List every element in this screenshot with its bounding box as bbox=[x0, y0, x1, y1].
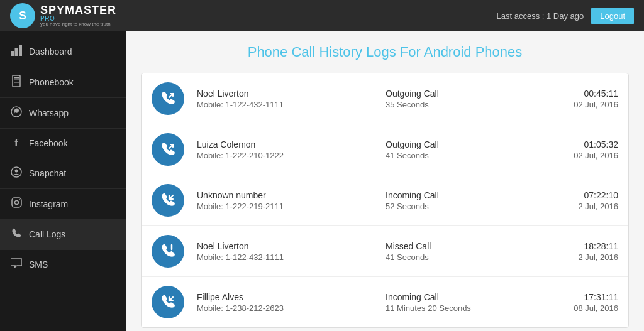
sidebar-item-sms[interactable]: SMS bbox=[0, 250, 126, 279]
sidebar: Dashboard Phonebook Whatsapp bbox=[0, 31, 126, 331]
sms-icon bbox=[10, 258, 23, 271]
call-duration: 52 Seconds bbox=[386, 202, 518, 211]
sidebar-label-whatsapp: Whatsapp bbox=[29, 108, 69, 118]
dashboard-icon bbox=[10, 45, 23, 58]
sidebar-label-facebook: Facebook bbox=[29, 138, 67, 148]
call-log-row: Noel Liverton Mobile: 1-122-432-1111 Mis… bbox=[142, 226, 628, 277]
call-name: Fillipe Alves bbox=[197, 292, 373, 302]
content-area: Phone Call History Logs For Android Phon… bbox=[126, 31, 644, 331]
logo-main: SPYMASTER bbox=[40, 4, 116, 16]
call-avatar bbox=[152, 286, 184, 318]
call-mobile: Mobile: 1-222-219-2111 bbox=[197, 202, 373, 211]
call-avatar bbox=[152, 235, 184, 268]
call-type: Outgoing Call 41 Seconds bbox=[386, 139, 518, 160]
logo-area: S SPYMASTER PRO you have right to know t… bbox=[10, 3, 116, 28]
call-date: 02 Jul, 2016 bbox=[530, 100, 618, 109]
call-date: 08 Jul, 2016 bbox=[530, 303, 618, 313]
call-duration: 41 Seconds bbox=[386, 151, 518, 160]
call-avatar bbox=[152, 82, 184, 115]
svg-rect-2 bbox=[11, 51, 14, 56]
call-log-row: Noel Liverton Mobile: 1-122-432-1111 Out… bbox=[142, 73, 628, 124]
call-name: Luiza Colemon bbox=[197, 139, 373, 149]
snapchat-icon bbox=[10, 166, 23, 180]
phonebook-icon bbox=[10, 75, 23, 89]
svg-point-11 bbox=[15, 170, 18, 173]
call-info: Noel Liverton Mobile: 1-122-432-1111 bbox=[197, 241, 373, 262]
svg-rect-8 bbox=[14, 82, 19, 83]
svg-point-19 bbox=[171, 251, 172, 252]
call-type: Outgoing Call 35 Seconds bbox=[386, 89, 518, 109]
svg-rect-4 bbox=[19, 45, 22, 56]
logo-icon: S bbox=[10, 3, 35, 28]
call-date: 02 Jul, 2016 bbox=[530, 151, 618, 160]
header-right: Last access : 1 Day ago Logout bbox=[496, 8, 634, 24]
call-date: 2 Jul, 2016 bbox=[530, 202, 618, 211]
sidebar-label-dashboard: Dashboard bbox=[29, 46, 72, 57]
sidebar-item-dashboard[interactable]: Dashboard bbox=[0, 36, 126, 67]
svg-text:S: S bbox=[19, 9, 26, 22]
sidebar-item-phonebook[interactable]: Phonebook bbox=[0, 67, 126, 98]
call-info: Luiza Colemon Mobile: 1-222-210-1222 bbox=[197, 139, 373, 160]
sidebar-item-instagram[interactable]: Instagram bbox=[0, 189, 126, 219]
facebook-icon: f bbox=[10, 137, 23, 149]
sidebar-label-instagram: Instagram bbox=[29, 199, 68, 209]
sidebar-item-facebook[interactable]: f Facebook bbox=[0, 129, 126, 158]
call-info: Unknown number Mobile: 1-222-219-2111 bbox=[197, 190, 373, 211]
logo-text: SPYMASTER PRO you have right to know the… bbox=[40, 4, 116, 27]
calllogs-icon bbox=[10, 227, 23, 241]
call-type-label: Outgoing Call bbox=[386, 89, 518, 99]
main-layout: Dashboard Phonebook Whatsapp bbox=[0, 31, 644, 331]
call-mobile: Mobile: 1-122-432-1111 bbox=[197, 252, 373, 262]
call-time: 01:05:32 02 Jul, 2016 bbox=[530, 139, 618, 160]
call-name: Noel Liverton bbox=[197, 89, 373, 99]
call-name: Unknown number bbox=[197, 190, 373, 200]
call-type-label: Incoming Call bbox=[386, 292, 518, 302]
sidebar-item-whatsapp[interactable]: Whatsapp bbox=[0, 98, 126, 129]
whatsapp-icon bbox=[10, 106, 23, 120]
sidebar-label-phonebook: Phonebook bbox=[29, 77, 74, 87]
page-title: Phone Call History Logs For Android Phon… bbox=[141, 44, 629, 60]
call-info: Fillipe Alves Mobile: 1-238-212-2623 bbox=[197, 292, 373, 313]
call-avatar bbox=[152, 133, 184, 166]
call-hour: 00:45:11 bbox=[530, 89, 618, 99]
call-avatar bbox=[152, 184, 184, 217]
call-type-label: Incoming Call bbox=[386, 190, 518, 200]
sidebar-item-snapchat[interactable]: Snapchat bbox=[0, 158, 126, 189]
sidebar-label-snapchat: Snapchat bbox=[29, 168, 66, 178]
svg-point-13 bbox=[14, 201, 18, 205]
call-hour: 17:31:11 bbox=[530, 292, 618, 302]
call-mobile: Mobile: 1-122-432-1111 bbox=[197, 100, 373, 109]
call-date: 2 Jul, 2016 bbox=[530, 252, 618, 262]
call-log-row: Unknown number Mobile: 1-222-219-2111 In… bbox=[142, 175, 628, 226]
call-log-row: Luiza Colemon Mobile: 1-222-210-1222 Out… bbox=[142, 124, 628, 175]
call-type-label: Missed Call bbox=[386, 241, 518, 251]
svg-rect-6 bbox=[14, 77, 19, 79]
svg-rect-3 bbox=[15, 48, 18, 56]
logo-tagline: you have right to know the truth bbox=[40, 22, 116, 27]
svg-rect-5 bbox=[13, 75, 20, 87]
svg-rect-7 bbox=[14, 80, 19, 81]
sidebar-label-calllogs: Call Logs bbox=[29, 229, 65, 239]
call-type: Missed Call 41 Seconds bbox=[386, 241, 518, 262]
call-duration: 41 Seconds bbox=[386, 252, 518, 262]
call-type-label: Outgoing Call bbox=[386, 139, 518, 149]
header: S SPYMASTER PRO you have right to know t… bbox=[0, 0, 644, 31]
call-time: 17:31:11 08 Jul, 2016 bbox=[530, 292, 618, 313]
instagram-icon bbox=[10, 197, 23, 210]
call-time: 07:22:10 2 Jul, 2016 bbox=[530, 190, 618, 211]
call-mobile: Mobile: 1-222-210-1222 bbox=[197, 151, 373, 160]
call-hour: 18:28:11 bbox=[530, 241, 618, 251]
call-name: Noel Liverton bbox=[197, 241, 373, 251]
sidebar-item-calllogs[interactable]: Call Logs bbox=[0, 219, 126, 250]
logout-button[interactable]: Logout bbox=[591, 8, 634, 24]
svg-rect-12 bbox=[12, 198, 21, 207]
last-access-label: Last access : 1 Day ago bbox=[496, 11, 584, 21]
call-info: Noel Liverton Mobile: 1-122-432-1111 bbox=[197, 89, 373, 109]
call-duration: 11 Minutes 20 Seconds bbox=[386, 303, 518, 313]
call-duration: 35 Seconds bbox=[386, 100, 518, 109]
call-time: 18:28:11 2 Jul, 2016 bbox=[530, 241, 618, 262]
call-mobile: Mobile: 1-238-212-2623 bbox=[197, 303, 373, 313]
call-log-row: Fillipe Alves Mobile: 1-238-212-2623 Inc… bbox=[142, 277, 628, 327]
call-type: Incoming Call 11 Minutes 20 Seconds bbox=[386, 292, 518, 313]
svg-point-14 bbox=[19, 199, 20, 200]
